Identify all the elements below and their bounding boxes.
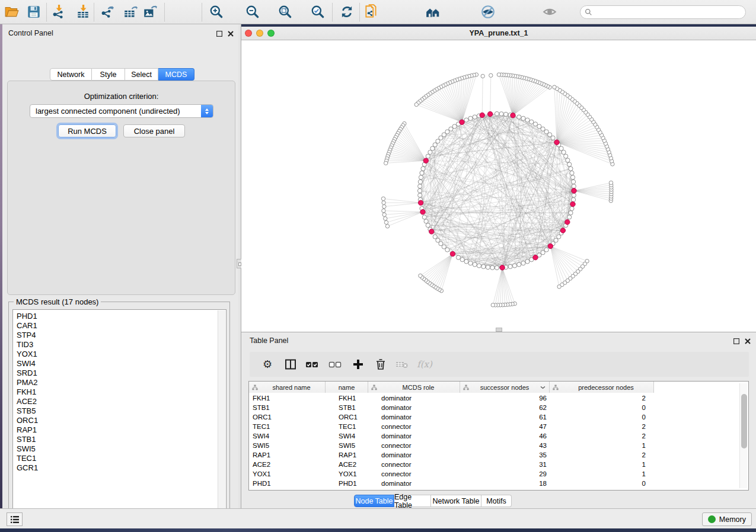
import-table-icon[interactable] — [75, 4, 91, 20]
cell-mcds_role[interactable]: dominator — [368, 412, 460, 422]
select-all-columns-icon[interactable] — [304, 356, 320, 373]
mcds-list-scrollbar[interactable] — [218, 310, 225, 516]
cell-shared_name[interactable]: PHD1 — [249, 479, 326, 488]
refresh-layout-icon[interactable] — [339, 4, 355, 20]
zoom-in-icon[interactable] — [208, 4, 225, 20]
cell-predecessor_nodes[interactable]: 0 — [550, 403, 654, 412]
table-row[interactable]: RAP1RAP1dominator352 — [249, 450, 654, 460]
optimization-criterion-select[interactable]: largest connected component (undirected) — [30, 104, 213, 118]
table-row[interactable]: TEC1TEC1connector472 — [249, 422, 654, 431]
horizontal-splitter-handle[interactable] — [496, 328, 502, 332]
table-row[interactable]: PHD1PHD1dominator180 — [249, 479, 654, 488]
table-row[interactable]: SWI5SWI5connector431 — [249, 441, 654, 450]
mcds-result-item[interactable]: TEC1 — [13, 454, 226, 463]
cell-name[interactable]: PHD1 — [326, 479, 368, 488]
cell-successor_nodes[interactable]: 29 — [460, 469, 550, 479]
cell-name[interactable]: TEC1 — [326, 422, 368, 431]
mcds-result-item[interactable]: FKH1 — [13, 387, 226, 397]
mcds-result-item[interactable]: STB5 — [13, 406, 226, 416]
tab-edge-table[interactable]: Edge Table — [394, 495, 431, 507]
add-column-icon[interactable] — [350, 356, 366, 373]
first-neighbors-icon[interactable] — [425, 4, 441, 20]
mcds-result-item[interactable]: ACE2 — [13, 397, 226, 406]
mcds-result-item[interactable]: SWI4 — [13, 359, 226, 368]
mcds-result-item[interactable]: SWI5 — [13, 444, 226, 454]
cell-shared_name[interactable]: SWI5 — [249, 441, 326, 450]
column-header-name[interactable]: name — [326, 382, 368, 393]
cell-successor_nodes[interactable]: 35 — [460, 450, 550, 460]
tab-network-table[interactable]: Network Table — [431, 495, 481, 507]
cell-predecessor_nodes[interactable]: 0 — [550, 479, 654, 488]
mcds-result-item[interactable]: PHD1 — [13, 310, 226, 321]
table-row[interactable]: SWI4SWI4dominator462 — [249, 431, 654, 441]
tab-style[interactable]: Style — [92, 68, 125, 81]
show-columns-icon[interactable] — [282, 356, 299, 373]
clone-network-icon[interactable] — [363, 4, 379, 20]
column-header-successor_nodes[interactable]: successor nodes — [460, 382, 550, 393]
mcds-result-item[interactable]: SRD1 — [13, 368, 226, 378]
tab-mcds[interactable]: MCDS — [158, 68, 194, 81]
cell-name[interactable]: STB1 — [326, 403, 368, 412]
task-history-button[interactable] — [7, 512, 23, 526]
cell-name[interactable]: SWI5 — [326, 441, 368, 450]
cell-successor_nodes[interactable]: 31 — [460, 460, 550, 469]
cell-shared_name[interactable]: FKH1 — [249, 393, 326, 403]
tab-network[interactable]: Network — [50, 68, 92, 81]
float-panel-icon[interactable] — [215, 30, 223, 37]
network-view[interactable] — [241, 40, 756, 332]
table-row[interactable]: FKH1FKH1dominator962 — [249, 393, 654, 403]
zoom-out-icon[interactable] — [244, 4, 261, 20]
cell-predecessor_nodes[interactable]: 1 — [550, 441, 654, 450]
cell-shared_name[interactable]: ACE2 — [249, 460, 326, 469]
function-builder-icon[interactable]: f(x) — [416, 356, 433, 373]
mcds-result-list[interactable]: PHD1CAR1STP4TID3YOX1SWI4SRD1PMA2FKH1ACE2… — [12, 309, 227, 517]
zoom-selected-icon[interactable] — [310, 4, 326, 20]
cell-predecessor_nodes[interactable]: 2 — [550, 450, 654, 460]
cell-successor_nodes[interactable]: 62 — [460, 403, 550, 412]
cell-shared_name[interactable]: TEC1 — [249, 422, 326, 431]
cell-mcds_role[interactable]: connector — [368, 460, 460, 469]
close-panel-icon[interactable] — [227, 30, 234, 37]
unselect-all-columns-icon[interactable] — [327, 356, 343, 373]
network-graph[interactable] — [241, 40, 756, 332]
node-table[interactable]: shared namenameMCDS rolesuccessor nodesp… — [248, 381, 749, 491]
table-row[interactable]: YOX1YOX1connector291 — [249, 469, 654, 479]
cell-mcds_role[interactable]: dominator — [368, 479, 460, 488]
mcds-result-item[interactable]: PMA2 — [13, 378, 226, 387]
save-session-icon[interactable] — [25, 4, 42, 20]
network-frame-titlebar[interactable]: YPA_prune.txt_1 — [241, 27, 756, 40]
cell-shared_name[interactable]: ORC1 — [249, 412, 326, 422]
memory-button[interactable]: Memory — [702, 512, 752, 526]
cell-predecessor_nodes[interactable]: 2 — [550, 431, 654, 441]
mcds-result-item[interactable]: RAP1 — [13, 425, 226, 435]
cell-name[interactable]: ORC1 — [326, 412, 368, 422]
delete-column-icon[interactable] — [372, 356, 389, 373]
cell-name[interactable]: FKH1 — [326, 393, 368, 403]
hide-selected-icon[interactable] — [480, 4, 496, 20]
tab-motifs[interactable]: Motifs — [481, 495, 512, 507]
table-row[interactable]: ACE2ACE2connector311 — [249, 460, 654, 469]
mcds-result-item[interactable]: STB1 — [13, 435, 226, 444]
column-header-mcds_role[interactable]: MCDS role — [368, 382, 460, 393]
mcds-result-item[interactable]: ORC1 — [13, 416, 226, 425]
cell-successor_nodes[interactable]: 46 — [460, 431, 550, 441]
zoom-fit-icon[interactable] — [277, 4, 294, 20]
search-field[interactable] — [580, 5, 746, 19]
tab-select[interactable]: Select — [125, 68, 158, 81]
tab-node-table[interactable]: Node Table — [354, 495, 394, 507]
cell-predecessor_nodes[interactable]: 0 — [550, 412, 654, 422]
cell-mcds_role[interactable]: dominator — [368, 403, 460, 412]
cell-name[interactable]: YOX1 — [326, 469, 368, 479]
cell-name[interactable]: RAP1 — [326, 450, 368, 460]
cell-predecessor_nodes[interactable]: 2 — [550, 422, 654, 431]
cell-successor_nodes[interactable]: 96 — [460, 393, 550, 403]
cell-name[interactable]: SWI4 — [326, 431, 368, 441]
cell-mcds_role[interactable]: dominator — [368, 431, 460, 441]
cell-successor_nodes[interactable]: 61 — [460, 412, 550, 422]
mcds-result-item[interactable]: YOX1 — [13, 350, 226, 359]
cell-shared_name[interactable]: YOX1 — [249, 469, 326, 479]
table-settings-icon[interactable]: ⚙ — [259, 356, 276, 373]
show-all-icon[interactable] — [541, 4, 558, 20]
cell-shared_name[interactable]: STB1 — [249, 403, 326, 412]
cell-mcds_role[interactable]: connector — [368, 469, 460, 479]
